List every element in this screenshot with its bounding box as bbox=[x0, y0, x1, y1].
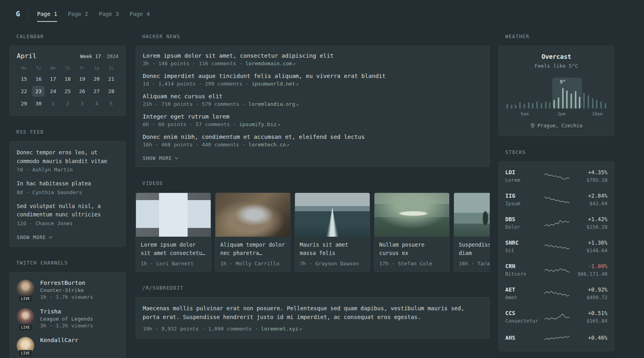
stock-symbol: IIG bbox=[505, 193, 541, 199]
hn-item: Donec imperdiet augue tincidunt felis al… bbox=[143, 73, 483, 87]
tab-page-2[interactable]: Page 2 bbox=[68, 6, 88, 22]
stock-row[interactable]: LDI Lorem +4.35% $795.18 bbox=[505, 164, 607, 188]
stocks-card: LDI Lorem +4.35% $795.18 IIG Ipsum bbox=[499, 161, 614, 351]
weather-location-label: Prague, Czechia bbox=[537, 123, 582, 128]
channel-info: ForrestBurton Counter-Strike 1h · 1.7k v… bbox=[40, 280, 93, 300]
hn-item-title[interactable]: Donec enim nibh, condimentum et accumsan… bbox=[143, 134, 483, 140]
stock-values: +0.46% bbox=[573, 335, 607, 342]
calendar-day: 20 bbox=[91, 74, 103, 84]
stock-change: -1.00% bbox=[573, 263, 607, 269]
stock-change: +1.36% bbox=[573, 239, 607, 246]
weather-bar bbox=[524, 104, 525, 109]
stock-sparkline bbox=[545, 288, 569, 299]
weather-bar bbox=[570, 93, 572, 109]
stock-info: DBS Dolor bbox=[505, 216, 541, 230]
weekday-label: Tu bbox=[31, 66, 46, 70]
stocks-widget: STOCKS LDI Lorem +4.35% $795.18 IIG bbox=[499, 150, 614, 351]
hn-item: Integer eget rutrum lorem 6h · 60 points… bbox=[143, 113, 483, 127]
hn-item-title[interactable]: Donec imperdiet augue tincidunt felis al… bbox=[143, 73, 483, 79]
tab-page-3[interactable]: Page 3 bbox=[99, 6, 119, 22]
calendar-day: 19 bbox=[76, 74, 88, 84]
twitch-channel[interactable]: LIVE KendallCarr bbox=[17, 337, 118, 354]
subreddit-domain-link[interactable]: loremnet.xyz↗ bbox=[261, 326, 302, 332]
video-card[interactable]: Aliquam tempor dolor nec pharetra… 1h · … bbox=[215, 193, 291, 272]
video-card[interactable]: Mauris sit amet massa felis 7h · Grayson… bbox=[295, 193, 370, 272]
weekday-label: Fr bbox=[75, 66, 89, 70]
stock-change: +0.51% bbox=[573, 310, 607, 316]
external-link-icon: ↗ bbox=[277, 122, 280, 127]
rss-item[interactable]: In hac habitasse platea 8d · Cynthia Sau… bbox=[17, 179, 118, 195]
calendar-section-title: CALENDAR bbox=[16, 34, 126, 39]
stock-row[interactable]: CCS Consectetur +0.51% $165.84 bbox=[505, 305, 607, 329]
hn-item-title[interactable]: Integer eget rutrum lorem bbox=[143, 113, 483, 120]
calendar-day: 30 bbox=[32, 98, 45, 109]
stock-row[interactable]: CRN Bitcorn -1.00% $66,171.48 bbox=[505, 258, 607, 282]
app-logo[interactable]: G bbox=[16, 10, 20, 18]
video-card[interactable]: Suspendisse interdum diam 18h · Tara Ste… bbox=[454, 193, 490, 272]
rss-show-more-button[interactable]: SHOW MORE bbox=[17, 235, 52, 240]
twitch-widget: TWITCH CHANNELS LIVE ForrestBurton Count… bbox=[10, 260, 126, 358]
stock-row[interactable]: IIG Ipsum +2.84% $42.04 bbox=[505, 188, 607, 211]
rss-item[interactable]: Donec tempor eros leo, ut commodo mauris… bbox=[17, 148, 118, 173]
video-meta: 1h · Molly Carrillo bbox=[220, 261, 285, 267]
subreddit-post-text[interactable]: Maecenas mollis pulvinar erat non posuer… bbox=[143, 304, 483, 322]
hn-domain-link[interactable]: ipsumworld.net↗ bbox=[252, 81, 299, 87]
subreddit-section-title: /R/SUBREDDIT bbox=[142, 285, 490, 291]
stock-name: Ipsum bbox=[505, 200, 541, 206]
calendar-day: 28 bbox=[105, 86, 117, 97]
hn-domain: loremtech.co bbox=[248, 142, 286, 148]
stock-change: +1.42% bbox=[573, 216, 607, 222]
video-thumbnail bbox=[295, 193, 370, 237]
channel-meta: 3h · 1.2k viewers bbox=[40, 323, 93, 329]
hn-domain-link[interactable]: loremlandia.org↗ bbox=[248, 101, 299, 107]
tab-page-4[interactable]: Page 4 bbox=[130, 6, 150, 22]
weather-time-axis: 6am 2pm 10pm bbox=[505, 111, 607, 117]
rss-item[interactable]: Sed volutpat nulla nisl, a condimentum n… bbox=[17, 202, 118, 226]
channel-info: KendallCarr bbox=[40, 337, 78, 354]
video-thumbnail bbox=[136, 193, 211, 237]
stock-sparkline bbox=[545, 333, 569, 344]
twitch-channel[interactable]: LIVE Trisha League of Legends 3h · 1.2k … bbox=[17, 308, 118, 329]
video-card[interactable]: Nullam posuere cursus ex 17h · Stefan Co… bbox=[374, 193, 450, 272]
calendar-card: April Week 17·2024 Mo Tu We Th Fr Sa Su … bbox=[10, 46, 126, 116]
hn-item-title[interactable]: Aliquam nec cursus elit bbox=[143, 93, 483, 99]
twitch-channel[interactable]: LIVE ForrestBurton Counter-Strike 1h · 1… bbox=[17, 280, 118, 300]
stock-row[interactable]: AET Amet +0.92% $499.72 bbox=[505, 282, 607, 305]
separator-dot: · bbox=[102, 53, 105, 59]
tab-page-1[interactable]: Page 1 bbox=[37, 6, 57, 22]
stock-symbol: SNRC bbox=[505, 239, 541, 246]
calendar-day: 21 bbox=[105, 74, 117, 84]
channel-name: ForrestBurton bbox=[40, 280, 93, 286]
stock-row[interactable]: DBS Dolor +1.42% $156.28 bbox=[505, 211, 607, 235]
stock-values: +4.35% $795.18 bbox=[573, 169, 607, 183]
weather-card: Overcast Feels like 5°C 9° 6am 2pm 10pm bbox=[499, 46, 614, 136]
weekday-label: Sa bbox=[89, 66, 104, 70]
hn-domain-link[interactable]: ipsumify.biz↗ bbox=[239, 121, 280, 127]
video-card[interactable]: Lorem ipsum dolor sit amet consectetu… 1… bbox=[136, 193, 211, 272]
hn-item-meta: 21h · 710 points · 579 comments · loreml… bbox=[143, 101, 483, 107]
calendar-day-next-month: 1 bbox=[47, 98, 59, 109]
video-info: Lorem ipsum dolor sit amet consectetu… 1… bbox=[136, 237, 211, 271]
subreddit-widget: /R/SUBREDDIT Maecenas mollis pulvinar er… bbox=[136, 285, 490, 339]
stock-change: +0.46% bbox=[573, 335, 607, 341]
hn-show-more-button[interactable]: SHOW MORE bbox=[143, 156, 178, 161]
calendar-day: 26 bbox=[76, 86, 88, 97]
hn-item-title[interactable]: Lorem ipsum dolor sit amet, consectetur … bbox=[143, 53, 483, 59]
middle-column: HACKER NEWS Lorem ipsum dolor sit amet, … bbox=[136, 34, 490, 352]
channel-info: Trisha League of Legends 3h · 1.2k viewe… bbox=[40, 308, 93, 329]
weather-bar bbox=[600, 101, 602, 109]
weather-location: Prague, Czechia bbox=[505, 123, 607, 128]
video-title: Mauris sit amet massa felis bbox=[300, 241, 365, 257]
video-meta: 17h · Stefan Cole bbox=[379, 261, 444, 267]
stock-row[interactable]: SNRC Sit +1.36% $148.64 bbox=[505, 235, 607, 258]
weather-bar bbox=[519, 102, 521, 109]
hn-item-meta: 6h · 60 points · 57 comments · ipsumify.… bbox=[143, 121, 483, 127]
hn-domain-link[interactable]: loremdomain.com↗ bbox=[245, 60, 295, 66]
stock-change: +4.35% bbox=[573, 169, 607, 175]
hn-domain-link[interactable]: loremtech.co↗ bbox=[248, 142, 289, 148]
stock-row[interactable]: AHS +0.46% bbox=[505, 329, 607, 348]
stock-name: Dolor bbox=[505, 224, 541, 230]
stock-values: +1.42% $156.28 bbox=[573, 216, 607, 230]
weather-condition: Overcast bbox=[505, 53, 607, 60]
hacker-news-widget: HACKER NEWS Lorem ipsum dolor sit amet, … bbox=[136, 34, 490, 167]
